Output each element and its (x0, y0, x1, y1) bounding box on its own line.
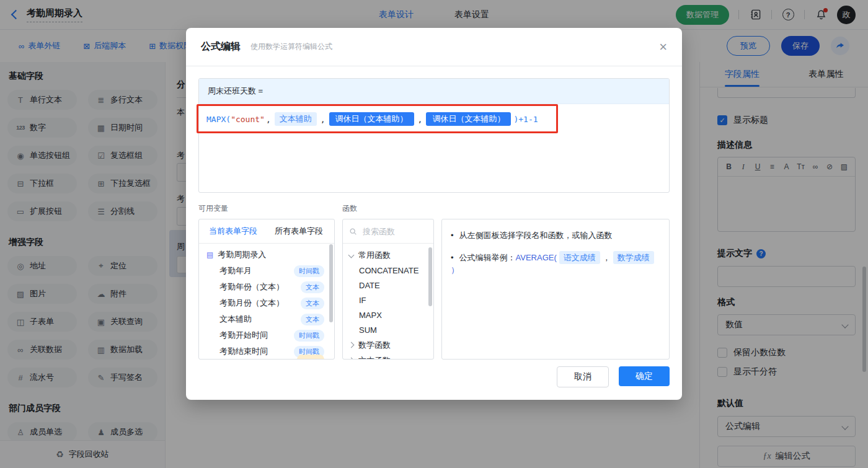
formula-target-bar: 周末还班天数 = (199, 79, 669, 104)
field-type-badge: 时间戳 (294, 265, 324, 277)
search-icon (349, 227, 357, 236)
example-close-paren: ） (451, 264, 459, 276)
formula-line: MAPX("count",文本辅助,调休日（文本辅助）,调休日（文本辅助）)+1… (206, 112, 662, 126)
formula-token-fn: MAPX( (206, 115, 231, 124)
chevron-down-icon (348, 252, 355, 258)
form-designer-app: 考勤周期录入 表单设计 表单设置 数据管理 ? (0, 0, 868, 468)
functions-scrollbar[interactable] (428, 247, 432, 306)
modal-panels: 当前表单字段 所有表单字段 ▤ 考勤周期录入 考勤年月 时间戳 考勤年份（文本）… (198, 219, 670, 360)
close-icon[interactable]: × (659, 40, 667, 54)
formula-field-chip[interactable]: 文本辅助 (275, 112, 317, 126)
variable-row[interactable]: 考勤开始时间 时间戳 (199, 327, 334, 343)
field-type-badge: 文本 (301, 281, 324, 293)
variable-row[interactable]: 考勤月份（文本） 文本 (199, 295, 334, 311)
function-item-if[interactable]: IF (343, 293, 433, 307)
functions-label: 函数 (342, 203, 357, 214)
field-type-badge: 文本 (301, 298, 324, 309)
help-list: 从左侧面板选择字段名和函数，或输入函数 公式编辑举例： AVERAGE( 语文成… (451, 229, 660, 276)
document-icon: ▤ (206, 250, 213, 259)
variables-label: 可用变量 (198, 203, 342, 214)
chevron-right-icon (348, 342, 355, 348)
modal-title: 公式编辑 (201, 40, 241, 53)
formula-editor-box: 周末还班天数 = MAPX("count",文本辅助,调休日（文本辅助）,调休日… (198, 78, 670, 193)
chevron-right-icon (348, 358, 355, 360)
function-item-sum[interactable]: SUM (343, 322, 433, 337)
variable-row[interactable]: 文本辅助 文本 (199, 311, 334, 327)
variable-row[interactable]: 考勤年月 时间戳 (199, 263, 334, 279)
formula-field-chip-selected[interactable]: 调休日（文本辅助） (329, 112, 414, 126)
variables-tabs: 当前表单字段 所有表单字段 (199, 219, 334, 244)
formula-edit-modal: 公式编辑 使用数学运算符编辑公式 × 周末还班天数 = MAPX("count"… (186, 28, 682, 400)
field-type-badge: 时间戳 (294, 330, 324, 342)
help-line-1: 从左侧面板选择字段名和函数，或输入函数 (451, 229, 660, 242)
function-item-concatenate[interactable]: CONCATENATE (343, 263, 433, 278)
formula-token-string: "count" (231, 115, 265, 124)
panel-labels: 可用变量 函数 (198, 203, 670, 214)
modal-subtitle: 使用数学运算符编辑公式 (250, 42, 332, 52)
example-function: AVERAGE( (516, 252, 557, 264)
variables-panel: 当前表单字段 所有表单字段 ▤ 考勤周期录入 考勤年月 时间戳 考勤年份（文本）… (198, 219, 335, 360)
partial-badge (297, 355, 324, 360)
confirm-button[interactable]: 确定 (619, 366, 670, 386)
formula-token-comma: , (266, 115, 271, 124)
formula-field-chip-selected[interactable]: 调休日（文本辅助） (426, 112, 511, 126)
function-group-math[interactable]: 数学函数 (343, 337, 433, 353)
help-panel: 从左侧面板选择字段名和函数，或输入函数 公式编辑举例： AVERAGE( 语文成… (441, 219, 670, 360)
variables-scrollbar[interactable] (329, 244, 333, 322)
tab-all-form-fields[interactable]: 所有表单字段 (275, 226, 323, 237)
cancel-button[interactable]: 取消 (557, 366, 609, 387)
function-search-input[interactable] (361, 226, 426, 237)
function-item-date[interactable]: DATE (343, 278, 433, 293)
field-type-badge: 文本 (301, 314, 324, 325)
function-group-common[interactable]: 常用函数 (343, 247, 433, 263)
example-field-chip: 数学成绩 (613, 251, 654, 265)
formula-input-area[interactable]: MAPX("count",文本辅助,调休日（文本辅助）,调休日（文本辅助）)+1… (199, 104, 669, 134)
variables-tree-root[interactable]: ▤ 考勤周期录入 (199, 244, 334, 263)
modal-header: 公式编辑 使用数学运算符编辑公式 × (186, 28, 682, 66)
tab-current-form-fields[interactable]: 当前表单字段 (209, 226, 257, 237)
function-item-mapx[interactable]: MAPX (343, 307, 433, 322)
formula-token-comma: , (418, 115, 423, 124)
help-line-2: 公式编辑举例： AVERAGE( 语文成绩 ， 数学成绩 ） (451, 251, 660, 276)
variable-row[interactable]: 考勤年份（文本） 文本 (199, 279, 334, 295)
modal-footer: 取消 确定 (557, 366, 670, 387)
example-field-chip: 语文成绩 (559, 251, 600, 265)
function-group-text[interactable]: 文本函数 (343, 353, 433, 360)
function-search-row (343, 219, 433, 244)
formula-token-fn: )+1-1 (513, 115, 538, 124)
functions-panel: 常用函数 CONCATENATE DATE IF MAPX SUM 数学函数 文… (342, 219, 434, 360)
formula-token-comma: , (321, 115, 326, 124)
